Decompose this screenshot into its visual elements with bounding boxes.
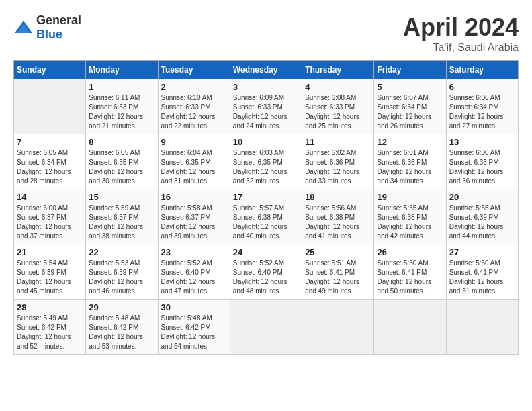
day-info: Sunrise: 5:53 AMSunset: 6:39 PMDaylight:… (89, 259, 154, 296)
calendar-cell: 12Sunrise: 6:01 AMSunset: 6:36 PMDayligh… (374, 134, 446, 189)
calendar-cell: 20Sunrise: 5:55 AMSunset: 6:39 PMDayligh… (446, 189, 518, 244)
day-number: 7 (17, 137, 83, 147)
calendar-cell: 4Sunrise: 6:08 AMSunset: 6:33 PMDaylight… (302, 79, 374, 134)
logo-text-general: General (36, 13, 81, 27)
calendar-cell: 24Sunrise: 5:52 AMSunset: 6:40 PMDayligh… (230, 244, 302, 300)
day-info: Sunrise: 5:55 AMSunset: 6:38 PMDaylight:… (377, 203, 443, 241)
weekday-header-cell: Sunday (14, 61, 86, 79)
day-number: 2 (161, 82, 227, 92)
calendar-cell: 30Sunrise: 5:48 AMSunset: 6:42 PMDayligh… (158, 300, 230, 355)
calendar-cell: 21Sunrise: 5:54 AMSunset: 6:39 PMDayligh… (14, 244, 86, 300)
day-info: Sunrise: 6:08 AMSunset: 6:33 PMDaylight:… (305, 93, 371, 131)
day-info: Sunrise: 6:10 AMSunset: 6:33 PMDaylight:… (161, 93, 227, 131)
location-title: Ta'if, Saudi Arabia (403, 42, 519, 54)
page-header: General Blue April 2024 Ta'if, Saudi Ara… (13, 13, 519, 54)
day-info: Sunrise: 6:05 AMSunset: 6:35 PMDaylight:… (89, 148, 154, 186)
calendar-week-row: 14Sunrise: 6:00 AMSunset: 6:37 PMDayligh… (14, 189, 519, 244)
day-number: 9 (161, 137, 227, 147)
calendar-week-row: 28Sunrise: 5:49 AMSunset: 6:42 PMDayligh… (14, 300, 519, 355)
day-number: 12 (377, 137, 443, 147)
calendar-cell: 25Sunrise: 5:51 AMSunset: 6:41 PMDayligh… (302, 244, 374, 300)
calendar-cell: 29Sunrise: 5:48 AMSunset: 6:42 PMDayligh… (86, 300, 158, 355)
day-number: 5 (377, 82, 443, 92)
day-number: 27 (449, 247, 515, 257)
calendar-cell: 6Sunrise: 6:06 AMSunset: 6:34 PMDaylight… (446, 79, 518, 134)
calendar-cell: 26Sunrise: 5:50 AMSunset: 6:41 PMDayligh… (374, 244, 446, 300)
day-info: Sunrise: 5:50 AMSunset: 6:41 PMDaylight:… (377, 259, 443, 296)
calendar-cell: 10Sunrise: 6:03 AMSunset: 6:35 PMDayligh… (230, 134, 302, 189)
day-number: 18 (305, 192, 371, 202)
day-info: Sunrise: 5:59 AMSunset: 6:37 PMDaylight:… (89, 203, 154, 241)
day-info: Sunrise: 5:48 AMSunset: 6:42 PMDaylight:… (161, 314, 227, 351)
calendar-cell: 27Sunrise: 5:50 AMSunset: 6:41 PMDayligh… (446, 244, 518, 300)
day-info: Sunrise: 5:55 AMSunset: 6:39 PMDaylight:… (449, 203, 515, 241)
calendar-cell: 19Sunrise: 5:55 AMSunset: 6:38 PMDayligh… (374, 189, 446, 244)
day-info: Sunrise: 5:52 AMSunset: 6:40 PMDaylight:… (233, 259, 299, 296)
day-info: Sunrise: 5:54 AMSunset: 6:39 PMDaylight:… (17, 259, 83, 296)
day-info: Sunrise: 6:04 AMSunset: 6:35 PMDaylight:… (161, 148, 227, 186)
calendar-cell: 13Sunrise: 6:00 AMSunset: 6:36 PMDayligh… (446, 134, 518, 189)
logo-text-blue: Blue (36, 28, 62, 41)
calendar-cell: 5Sunrise: 6:07 AMSunset: 6:34 PMDaylight… (374, 79, 446, 134)
weekday-header-cell: Thursday (302, 61, 374, 79)
day-info: Sunrise: 6:07 AMSunset: 6:34 PMDaylight:… (377, 93, 443, 131)
weekday-header-cell: Monday (86, 61, 158, 79)
day-number: 20 (449, 192, 515, 202)
day-number: 17 (233, 192, 299, 202)
day-number: 14 (17, 192, 83, 202)
calendar-cell: 15Sunrise: 5:59 AMSunset: 6:37 PMDayligh… (86, 189, 158, 244)
weekday-header-cell: Saturday (446, 61, 518, 79)
day-info: Sunrise: 5:56 AMSunset: 6:38 PMDaylight:… (305, 203, 371, 241)
day-number: 22 (89, 247, 154, 257)
calendar-cell: 8Sunrise: 6:05 AMSunset: 6:35 PMDaylight… (86, 134, 158, 189)
weekday-header-row: SundayMondayTuesdayWednesdayThursdayFrid… (14, 61, 519, 79)
day-number: 29 (89, 302, 154, 312)
logo: General Blue (13, 13, 81, 42)
day-number: 8 (89, 137, 154, 147)
calendar-cell: 11Sunrise: 6:02 AMSunset: 6:36 PMDayligh… (302, 134, 374, 189)
calendar-cell: 22Sunrise: 5:53 AMSunset: 6:39 PMDayligh… (86, 244, 158, 300)
day-number: 16 (161, 192, 227, 202)
day-info: Sunrise: 5:49 AMSunset: 6:42 PMDaylight:… (17, 314, 83, 351)
calendar-cell (230, 300, 302, 355)
weekday-header-cell: Wednesday (230, 61, 302, 79)
calendar-week-row: 7Sunrise: 6:05 AMSunset: 6:34 PMDaylight… (14, 134, 519, 189)
month-title: April 2024 (403, 13, 519, 42)
title-section: April 2024 Ta'if, Saudi Arabia (403, 13, 519, 54)
calendar-cell (446, 300, 518, 355)
day-info: Sunrise: 5:51 AMSunset: 6:41 PMDaylight:… (305, 259, 371, 296)
weekday-header-cell: Tuesday (158, 61, 230, 79)
day-number: 25 (305, 247, 371, 257)
calendar-cell: 14Sunrise: 6:00 AMSunset: 6:37 PMDayligh… (14, 189, 86, 244)
calendar-week-row: 21Sunrise: 5:54 AMSunset: 6:39 PMDayligh… (14, 244, 519, 300)
day-info: Sunrise: 6:03 AMSunset: 6:35 PMDaylight:… (233, 148, 299, 186)
day-info: Sunrise: 6:00 AMSunset: 6:37 PMDaylight:… (17, 203, 83, 241)
day-info: Sunrise: 6:06 AMSunset: 6:34 PMDaylight:… (449, 93, 515, 131)
day-number: 3 (233, 82, 299, 92)
day-info: Sunrise: 5:52 AMSunset: 6:40 PMDaylight:… (161, 259, 227, 296)
day-info: Sunrise: 6:09 AMSunset: 6:33 PMDaylight:… (233, 93, 299, 131)
day-info: Sunrise: 6:00 AMSunset: 6:36 PMDaylight:… (449, 148, 515, 186)
day-number: 13 (449, 137, 515, 147)
calendar-cell: 23Sunrise: 5:52 AMSunset: 6:40 PMDayligh… (158, 244, 230, 300)
day-number: 15 (89, 192, 154, 202)
logo-icon (13, 19, 34, 36)
calendar-cell: 9Sunrise: 6:04 AMSunset: 6:35 PMDaylight… (158, 134, 230, 189)
calendar-cell: 28Sunrise: 5:49 AMSunset: 6:42 PMDayligh… (14, 300, 86, 355)
day-number: 28 (17, 302, 83, 312)
day-number: 26 (377, 247, 443, 257)
day-number: 6 (449, 82, 515, 92)
weekday-header-cell: Friday (374, 61, 446, 79)
calendar-cell: 1Sunrise: 6:11 AMSunset: 6:33 PMDaylight… (86, 79, 158, 134)
calendar-cell (14, 79, 86, 134)
calendar-cell: 16Sunrise: 5:58 AMSunset: 6:37 PMDayligh… (158, 189, 230, 244)
day-number: 24 (233, 247, 299, 257)
day-info: Sunrise: 6:11 AMSunset: 6:33 PMDaylight:… (89, 93, 154, 131)
day-info: Sunrise: 6:05 AMSunset: 6:34 PMDaylight:… (17, 148, 83, 186)
calendar-cell: 17Sunrise: 5:57 AMSunset: 6:38 PMDayligh… (230, 189, 302, 244)
day-info: Sunrise: 6:01 AMSunset: 6:36 PMDaylight:… (377, 148, 443, 186)
day-info: Sunrise: 5:57 AMSunset: 6:38 PMDaylight:… (233, 203, 299, 241)
calendar-cell (302, 300, 374, 355)
day-number: 21 (17, 247, 83, 257)
day-info: Sunrise: 6:02 AMSunset: 6:36 PMDaylight:… (305, 148, 371, 186)
